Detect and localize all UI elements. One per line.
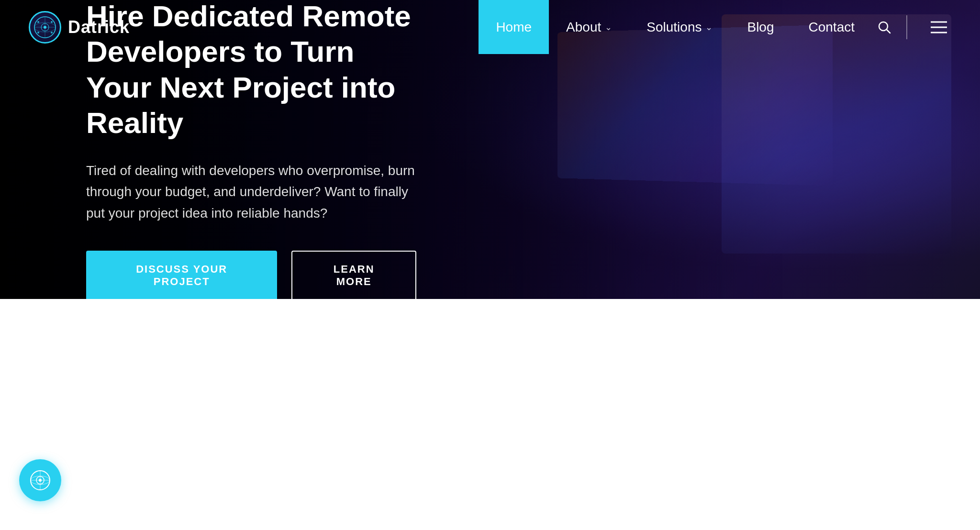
svg-point-9 (51, 32, 53, 33)
chevron-down-icon: ⌄ (705, 22, 713, 33)
chevron-down-icon: ⌄ (605, 22, 612, 33)
svg-point-6 (37, 21, 39, 23)
hero-subtitle: Tired of dealing with developers who ove… (86, 160, 416, 224)
learn-more-button[interactable]: LEARN MORE (291, 251, 416, 299)
hamburger-menu-button[interactable] (926, 15, 951, 40)
logo-text: Datrick (68, 17, 130, 37)
discuss-project-button[interactable]: DISCUSS YOUR PROJECT (86, 251, 277, 299)
hero-buttons: DISCUSS YOUR PROJECT LEARN MORE (86, 251, 416, 299)
svg-point-20 (39, 479, 42, 482)
navbar: Datrick Home About ⌄ Solutions ⌄ Blog Co… (0, 0, 980, 54)
nav-item-blog[interactable]: Blog (730, 0, 791, 54)
search-button[interactable] (872, 15, 897, 40)
logo[interactable]: Datrick (29, 11, 130, 44)
svg-point-5 (44, 26, 46, 29)
nav-links: Home About ⌄ Solutions ⌄ Blog Contact (479, 0, 951, 54)
nav-item-about[interactable]: About ⌄ (549, 0, 629, 54)
svg-point-8 (37, 32, 39, 33)
svg-line-11 (887, 30, 890, 33)
nav-divider (906, 15, 907, 39)
logo-icon (29, 11, 61, 44)
nav-item-solutions[interactable]: Solutions ⌄ (629, 0, 730, 54)
nav-item-home[interactable]: Home (479, 0, 549, 54)
below-hero-section (0, 299, 980, 530)
svg-point-7 (51, 21, 53, 23)
nav-item-contact[interactable]: Contact (791, 0, 872, 54)
chat-widget-button[interactable] (19, 459, 61, 501)
